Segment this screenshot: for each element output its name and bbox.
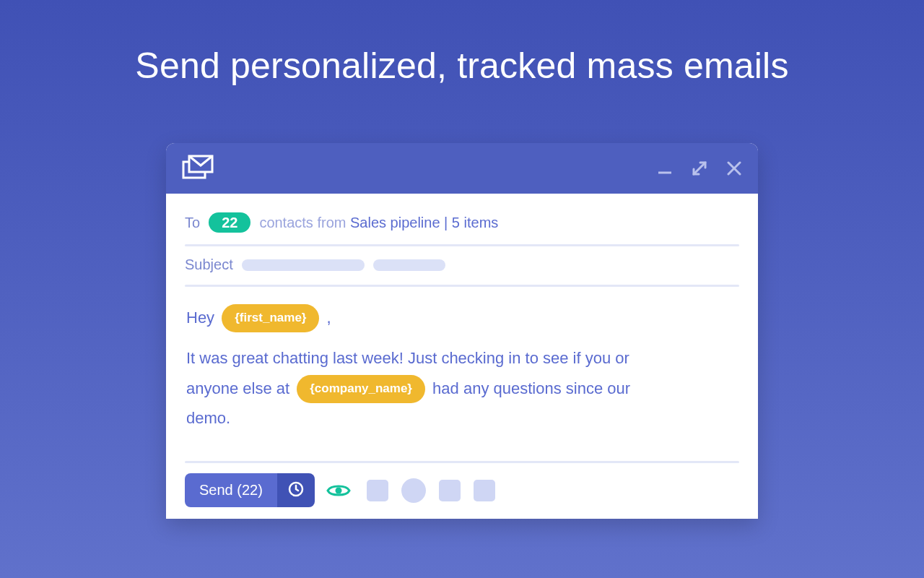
- divider: [185, 461, 739, 463]
- mail-stack-icon: [182, 153, 215, 184]
- subject-row[interactable]: Subject: [185, 246, 739, 283]
- tracking-eye-icon[interactable]: [326, 482, 351, 499]
- text: anyone else at: [186, 379, 289, 397]
- minimize-icon[interactable]: [657, 160, 673, 176]
- text: ,: [327, 309, 331, 327]
- to-source: Sales pipeline | 5 items: [350, 215, 498, 230]
- spacer: [186, 333, 738, 343]
- message-line: Hey {first_name} ,: [186, 303, 738, 333]
- text: It was great chatting last week! Just ch…: [186, 349, 629, 367]
- message-line: demo.: [186, 403, 738, 434]
- subject-label: Subject: [185, 256, 233, 273]
- message-line: anyone else at {company_name} had any qu…: [186, 374, 738, 404]
- text: demo.: [186, 409, 230, 427]
- toolbar-placeholder-group: [367, 478, 495, 503]
- page-headline: Send personalized, tracked mass emails: [135, 45, 788, 87]
- compose-body: To 22 contacts from Sales pipeline | 5 i…: [166, 194, 758, 519]
- toolbar-placeholder[interactable]: [439, 480, 461, 501]
- text: Hey: [186, 309, 214, 327]
- merge-token-first-name[interactable]: {first_name}: [222, 304, 319, 332]
- toolbar-placeholder[interactable]: [474, 480, 495, 501]
- subject-placeholder: [373, 259, 445, 271]
- svg-line-3: [694, 163, 705, 174]
- text: had any questions since our: [432, 379, 630, 397]
- clock-icon: [287, 480, 305, 500]
- window-titlebar: [166, 143, 758, 194]
- send-button-group: Send (22): [185, 473, 315, 507]
- svg-point-7: [335, 487, 341, 493]
- schedule-send-button[interactable]: [277, 473, 315, 507]
- to-description: contacts from Sales pipeline | 5 items: [259, 215, 498, 231]
- message-line: It was great chatting last week! Just ch…: [186, 343, 738, 374]
- compose-footer: Send (22): [185, 473, 739, 512]
- message-editor[interactable]: Hey {first_name} , It was great chatting…: [185, 287, 739, 441]
- to-label: To: [185, 215, 200, 231]
- close-icon[interactable]: [726, 160, 742, 176]
- recipient-count-badge: 22: [209, 212, 250, 233]
- compose-window: To 22 contacts from Sales pipeline | 5 i…: [166, 143, 758, 519]
- to-row[interactable]: To 22 contacts from Sales pipeline | 5 i…: [185, 207, 739, 243]
- toolbar-placeholder[interactable]: [401, 478, 426, 503]
- expand-icon[interactable]: [692, 160, 707, 176]
- toolbar-placeholder[interactable]: [367, 480, 388, 501]
- to-prefix: contacts from: [259, 215, 346, 230]
- send-button[interactable]: Send (22): [185, 473, 277, 507]
- merge-token-company-name[interactable]: {company_name}: [297, 375, 425, 403]
- subject-placeholder: [242, 259, 365, 271]
